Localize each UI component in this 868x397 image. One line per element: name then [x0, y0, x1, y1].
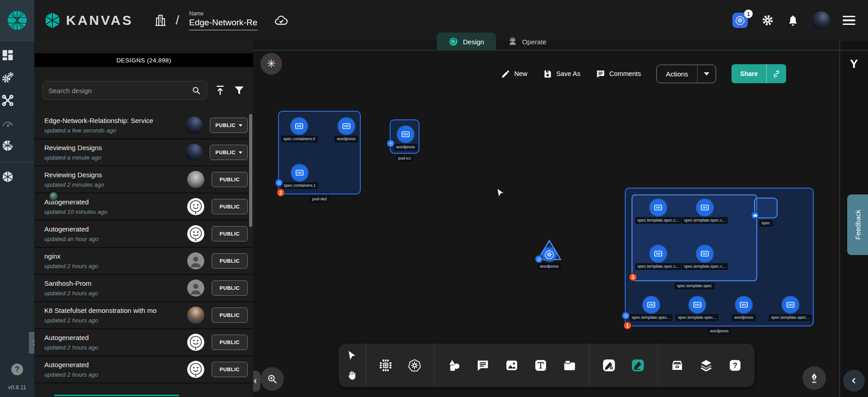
design-visibility-button[interactable]: PUBLIC: [212, 199, 248, 214]
design-visibility-button[interactable]: PUBLIC: [212, 362, 248, 377]
sidebar-item-configuration[interactable]: [0, 94, 15, 109]
k8s-context-switcher[interactable]: 1: [732, 13, 749, 28]
panel-collapse-button[interactable]: [253, 371, 260, 392]
k8s-component-node[interactable]: spec.template.spec...: [769, 297, 811, 321]
design-visibility-button[interactable]: PUBLIC: [212, 226, 248, 241]
brand-title: KANVAS: [66, 13, 133, 28]
design-list-item[interactable]: K8 Statefulset demonstration with moupda…: [34, 302, 253, 329]
design-author-avatar: [185, 144, 203, 161]
actions-dropdown-caret[interactable]: [697, 65, 716, 83]
k8s-component-node[interactable]: spec.containers.1: [282, 165, 318, 189]
sidebar-item-lifecycle[interactable]: [0, 71, 15, 86]
k8s-group-inner[interactable]: spec.template.spec spec.template.spec.c.…: [632, 194, 757, 281]
k8s-component-node[interactable]: spec.template.spec...: [675, 297, 718, 321]
new-design-button[interactable]: New: [501, 69, 528, 79]
tool-select-button[interactable]: [344, 347, 360, 364]
zoom-button[interactable]: [260, 367, 284, 391]
design-visibility-button[interactable]: PUBLIC: [212, 172, 248, 187]
design-visibility-button[interactable]: PUBLIC: [212, 280, 248, 296]
actions-button[interactable]: Actions: [657, 65, 697, 83]
import-design-button[interactable]: [214, 85, 226, 96]
tool-text-button[interactable]: [529, 354, 552, 377]
tool-components-button[interactable]: [374, 354, 397, 377]
canvas-snowflake-button[interactable]: ✳: [260, 53, 282, 75]
sidebar-item-performance[interactable]: [0, 116, 15, 132]
actions-split-button[interactable]: Actions: [656, 65, 716, 83]
sidebar-item-extensions[interactable]: [0, 139, 15, 154]
k8s-node-spec[interactable]: spec: [754, 198, 778, 218]
filter-designs-button[interactable]: [233, 85, 245, 96]
share-button[interactable]: Share: [731, 64, 766, 83]
right-rail-collapse-button[interactable]: [843, 370, 865, 392]
design-list-item[interactable]: Edge-Network-Relationship: Serviceupdate…: [34, 112, 253, 139]
versions-y-icon[interactable]: Y: [850, 57, 858, 71]
tool-note-button[interactable]: [558, 354, 581, 377]
save-as-button[interactable]: Save As: [543, 69, 580, 79]
component-label: wordpress: [732, 314, 755, 321]
design-spiral-icon: [448, 37, 458, 47]
help-button[interactable]: ?: [11, 364, 23, 375]
user-avatar[interactable]: [812, 11, 830, 29]
k8s-component-node[interactable]: spec.template.spec.c...: [682, 199, 728, 224]
notifications-bell-icon[interactable]: [787, 14, 799, 27]
design-list-item[interactable]: nginxupdated 2 hours agoPUBLIC: [34, 248, 253, 275]
feedback-tab[interactable]: Feedback: [847, 194, 868, 255]
design-list-item[interactable]: Autogeneratedupdated an hour agoPUBLIC: [34, 221, 253, 248]
tool-drawer-button[interactable]: [666, 354, 689, 377]
share-split-button[interactable]: Share: [731, 64, 786, 83]
hamburger-menu-icon[interactable]: [843, 16, 855, 25]
panel-scrollbar[interactable]: [249, 114, 252, 227]
design-visibility-button[interactable]: PUBLIC: [212, 335, 248, 350]
text-icon: [529, 354, 552, 377]
k8s-component-node[interactable]: spec.containers.0: [281, 118, 318, 142]
design-name-input[interactable]: Edge-Network-Relatio: [189, 18, 258, 30]
k8s-component-node[interactable]: wordpress: [335, 118, 358, 142]
kanvas-brand[interactable]: KANVAS: [43, 11, 133, 29]
design-visibility-button[interactable]: PUBLIC: [210, 145, 248, 160]
k8s-component-node[interactable]: wordpress: [394, 126, 417, 151]
k8s-group-pod-skd[interactable]: pod-skd spec.containers.0 wordpress spec…: [278, 111, 361, 194]
k8s-component-node[interactable]: wordpress: [732, 297, 755, 321]
comments-button[interactable]: Comments: [596, 69, 641, 79]
design-visibility-button[interactable]: PUBLIC: [210, 118, 248, 133]
tool-layers-button[interactable]: [695, 354, 717, 377]
design-list-item[interactable]: Autogeneratedupdated 10 minutes agoPUBLI…: [34, 194, 253, 221]
design-visibility-button[interactable]: PUBLIC: [212, 307, 248, 323]
design-visibility-button[interactable]: PUBLIC: [212, 253, 248, 269]
k8s-group-wordpress-deployment[interactable]: wordpress spec.template.spec... spec.tem…: [625, 188, 814, 326]
design-title: Santhosh-Prom: [44, 279, 175, 287]
k8s-component-node[interactable]: spec.template.spec.c...: [635, 246, 681, 270]
sidebar-item-dashboard[interactable]: [0, 48, 15, 64]
design-list-item[interactable]: Santhosh-Promupdated 2 hours agoPUBLIC: [34, 275, 253, 302]
design-list-item[interactable]: Autogeneratedupdated 2 hours agoPUBLIC: [34, 356, 253, 383]
design-list-item[interactable]: Reviewing Designsupdated 2 minutes agoPU…: [34, 166, 253, 194]
k8s-component-node[interactable]: spec.template.spec.c...: [635, 199, 681, 224]
k8s-component-node[interactable]: spec.template.spec...: [629, 297, 672, 321]
design-canvas[interactable]: ✳ New Save As Comments Actions: [253, 41, 840, 397]
tool-kubernetes-button[interactable]: [403, 354, 426, 377]
design-search-box[interactable]: [42, 81, 207, 100]
tool-comment-button[interactable]: [472, 354, 494, 377]
organization-icon[interactable]: [154, 14, 167, 27]
copy-link-button[interactable]: [766, 64, 786, 83]
k8s-group-pod-icc[interactable]: pod-icc wordpress: [390, 119, 420, 154]
tool-help-button[interactable]: ?: [724, 354, 746, 377]
tool-shapes-button[interactable]: [443, 354, 465, 377]
k8s-service-triangle-node[interactable]: wordpress: [537, 240, 562, 272]
tool-image-button[interactable]: [500, 354, 523, 377]
tool-pan-button[interactable]: [344, 367, 360, 383]
sidebar-item-kanvas[interactable]: [0, 170, 15, 185]
tab-operate[interactable]: Operate: [496, 33, 558, 51]
meshery-logo-button[interactable]: [0, 0, 34, 41]
design-search-input[interactable]: [48, 87, 191, 95]
k8s-badge-icon: [387, 139, 395, 147]
design-list-item[interactable]: Reviewing Designsupdated a minute agoPUB…: [34, 139, 253, 166]
tool-pen-tool-button[interactable]: [598, 354, 620, 377]
design-list-item[interactable]: Autogeneratedupdated 2 hours agoPUBLIC: [34, 329, 253, 356]
design-updated-text: updated 2 hours ago: [44, 344, 187, 351]
k8s-component-node[interactable]: spec.template.spec.c...: [682, 246, 728, 270]
tab-design[interactable]: Design: [437, 33, 496, 51]
settings-gear-icon[interactable]: [761, 14, 774, 27]
tool-freehand-draw-button[interactable]: [627, 354, 649, 377]
pen-mode-button[interactable]: [802, 366, 826, 390]
